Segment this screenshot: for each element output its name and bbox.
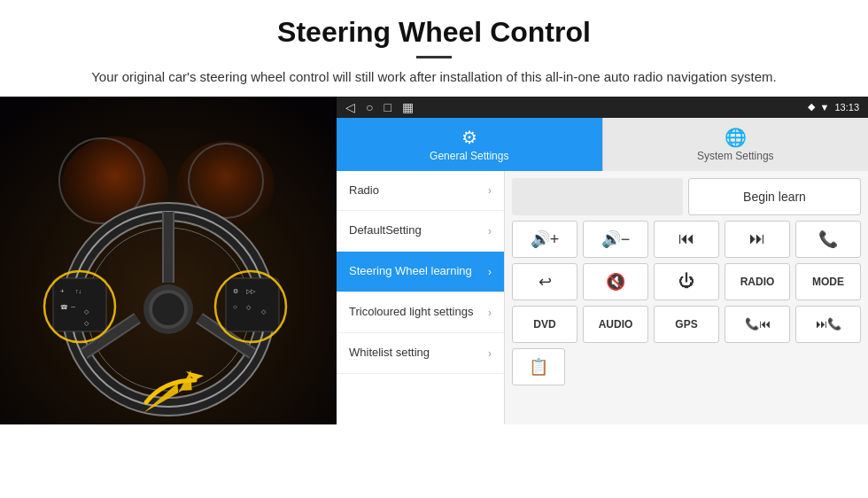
prev-track-button[interactable]: ⏮ <box>654 221 719 258</box>
location-icon: ◆ <box>808 101 815 113</box>
menu-item-default-label: DefaultSetting <box>349 223 422 238</box>
settings-tabs: ⚙ General Settings 🌐 System Settings <box>337 118 868 171</box>
page-title: Steering Wheel Control <box>35 16 833 49</box>
status-bar: ◁ ○ □ ▦ ◆ ▼ 13:13 <box>337 97 868 118</box>
menu-item-steering-label: Steering Wheel learning <box>349 264 472 279</box>
svg-text:☎: ☎ <box>60 304 68 310</box>
recent-icon[interactable]: □ <box>384 100 391 114</box>
radio-button[interactable]: RADIO <box>725 263 790 300</box>
phone-next-icon: ⏭📞 <box>816 317 841 331</box>
next-track-button[interactable]: ⏭ <box>725 221 790 258</box>
gps-label: GPS <box>675 318 697 331</box>
tab-system[interactable]: 🌐 System Settings <box>602 118 869 171</box>
radio-label: RADIO <box>740 276 775 288</box>
control-row-2: ↩ 🔇 ⏻ RADIO MODE <box>512 263 861 300</box>
status-icons: ◆ ▼ 13:13 <box>808 101 859 113</box>
svg-text:▷▷: ▷▷ <box>246 288 256 294</box>
tab-general-label: General Settings <box>430 150 508 162</box>
control-row-1: 🔊+ 🔊− ⏮ ⏭ 📞 <box>512 221 861 258</box>
nav-icons: ◁ ○ □ ▦ <box>345 100 414 114</box>
mode-button[interactable]: MODE <box>795 263 861 300</box>
svg-text:─: ─ <box>70 304 75 310</box>
dvd-label: DVD <box>533 318 555 331</box>
back-icon[interactable]: ◁ <box>345 100 355 114</box>
empty-placeholder <box>512 178 683 215</box>
title-divider <box>416 56 452 58</box>
control-row-3: DVD AUDIO GPS 📞⏮ ⏭📞 <box>512 306 861 343</box>
begin-learn-button[interactable]: Begin learn <box>688 178 861 215</box>
car-image-bg: + ↑↓ ☎ ─ ◇ ◇ ⚙ ▷▷ ○ ◇ ◇ <box>0 97 337 424</box>
tab-general[interactable]: ⚙ General Settings <box>337 118 602 171</box>
vol-down-button[interactable]: 🔊− <box>583 221 648 258</box>
car-scene-svg: + ↑↓ ☎ ─ ◇ ◇ ⚙ ▷▷ ○ ◇ ◇ <box>0 97 337 424</box>
control-row-4: 📋 <box>512 348 861 385</box>
menu-item-tricoloured-label: Tricoloured light settings <box>349 305 473 320</box>
main-panel: Radio › DefaultSetting › Steering Wheel … <box>337 171 868 424</box>
main-content: + ↑↓ ☎ ─ ◇ ◇ ⚙ ▷▷ ○ ◇ ◇ <box>0 97 868 424</box>
svg-text:⚙: ⚙ <box>233 288 238 294</box>
device-ui: ◁ ○ □ ▦ ◆ ▼ 13:13 ⚙ General Settings 🌐 S… <box>337 97 868 424</box>
mute-button[interactable]: 🔇 <box>583 263 648 300</box>
chevron-icon: › <box>488 347 492 360</box>
gps-button[interactable]: GPS <box>654 306 719 343</box>
next-track-icon: ⏭ <box>749 230 765 248</box>
vol-up-icon: 🔊+ <box>531 230 560 249</box>
call-end-button[interactable]: ↩ <box>512 263 577 300</box>
svg-text:↑↓: ↑↓ <box>75 288 81 294</box>
menu-item-tricoloured[interactable]: Tricoloured light settings › <box>337 292 504 333</box>
phone-prev-icon: 📞⏮ <box>745 317 771 331</box>
phone-icon: 📞 <box>818 230 838 249</box>
svg-text:○: ○ <box>233 303 237 311</box>
svg-text:+: + <box>60 287 65 295</box>
svg-point-17 <box>152 293 184 325</box>
home-icon[interactable]: ○ <box>366 100 373 114</box>
mute-icon: 🔇 <box>606 272 625 292</box>
tab-system-label: System Settings <box>697 150 774 162</box>
menu-item-whitelist[interactable]: Whitelist setting › <box>337 333 504 374</box>
page-subtitle: Your original car's steering wheel contr… <box>35 67 833 88</box>
call-end-icon: ↩ <box>539 272 552 292</box>
menu-item-radio-label: Radio <box>349 183 379 198</box>
phone-button[interactable]: 📞 <box>795 221 861 258</box>
power-button[interactable]: ⏻ <box>654 263 719 300</box>
gear-icon: ⚙ <box>461 127 477 148</box>
mode-label: MODE <box>812 276 844 288</box>
menu-item-whitelist-label: Whitelist setting <box>349 346 430 361</box>
prev-track-icon: ⏮ <box>678 230 694 248</box>
system-icon: 🌐 <box>725 127 747 148</box>
menu-item-steering[interactable]: Steering Wheel learning › <box>337 252 504 292</box>
chevron-icon: › <box>488 266 492 278</box>
audio-label: AUDIO <box>599 318 633 331</box>
car-image-area: + ↑↓ ☎ ─ ◇ ◇ ⚙ ▷▷ ○ ◇ ◇ <box>0 97 337 424</box>
menu-item-radio[interactable]: Radio › <box>337 171 504 212</box>
chevron-icon: › <box>488 184 492 197</box>
time-display: 13:13 <box>834 102 859 113</box>
phone-next-button[interactable]: ⏭📞 <box>795 306 861 343</box>
apps-icon[interactable]: ▦ <box>402 100 414 114</box>
wifi-icon: ▼ <box>820 102 830 113</box>
left-menu: Radio › DefaultSetting › Steering Wheel … <box>337 171 505 424</box>
phone-prev-button[interactable]: 📞⏮ <box>725 306 790 343</box>
begin-learn-row: Begin learn <box>512 178 861 215</box>
list-icon: 📋 <box>529 357 548 377</box>
vol-down-icon: 🔊− <box>601 230 631 249</box>
chevron-icon: › <box>488 307 492 319</box>
right-control-panel: Begin learn 🔊+ 🔊− ⏮ ⏭ <box>505 171 868 424</box>
page-header: Steering Wheel Control Your original car… <box>0 0 868 97</box>
dvd-button[interactable]: DVD <box>512 306 577 343</box>
power-icon: ⏻ <box>678 272 694 291</box>
audio-button[interactable]: AUDIO <box>583 306 648 343</box>
chevron-icon: › <box>488 225 492 237</box>
media-list-button[interactable]: 📋 <box>512 348 565 385</box>
vol-up-button[interactable]: 🔊+ <box>512 221 577 258</box>
menu-item-default[interactable]: DefaultSetting › <box>337 211 504 252</box>
